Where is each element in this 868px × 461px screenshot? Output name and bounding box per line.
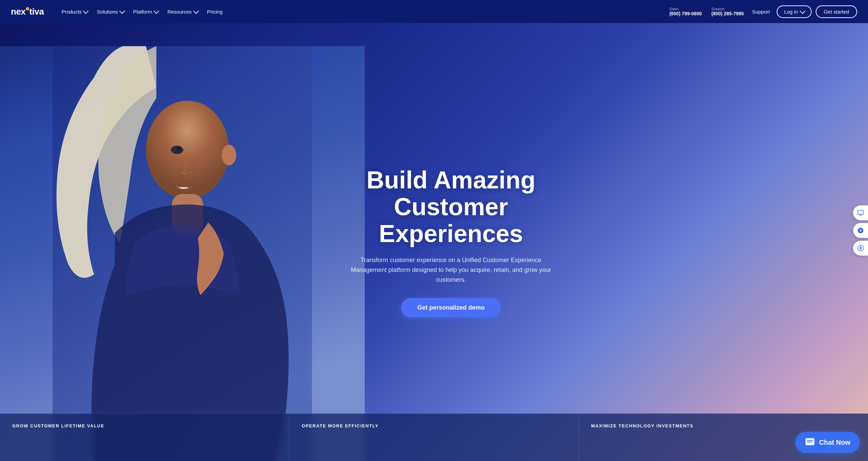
hero-section: Build Amazing Customer Experiences Trans… xyxy=(0,0,868,461)
chevron-down-icon xyxy=(119,8,125,14)
play-icon xyxy=(857,227,864,234)
nav-solutions[interactable]: Solutions xyxy=(93,6,128,17)
get-started-button[interactable]: Get started xyxy=(816,5,857,18)
svg-point-5 xyxy=(222,145,236,165)
chat-now-label: Chat Now xyxy=(819,439,850,446)
nav-pricing[interactable]: Pricing xyxy=(203,6,227,17)
dollar-icon xyxy=(857,245,864,252)
chat-now-button[interactable]: Chat Now xyxy=(795,432,860,453)
nav-actions: Log in Get started xyxy=(777,5,857,18)
hero-woman-image xyxy=(0,46,365,461)
navbar: nextiva Products Solutions Platform Reso… xyxy=(0,0,868,23)
sales-contact: Sales (800) 799-0600 xyxy=(669,7,702,16)
card-operate: OPERATE MORE EFFICIENTLY xyxy=(289,413,579,461)
chevron-down-icon xyxy=(800,8,806,14)
svg-point-1 xyxy=(146,100,229,199)
nav-links: Products Solutions Platform Resources Pr… xyxy=(57,6,669,17)
right-sidebar xyxy=(853,205,868,256)
chevron-down-icon xyxy=(193,8,199,14)
support-link[interactable]: Support xyxy=(752,9,770,15)
chat-icon xyxy=(805,437,815,447)
demo-button[interactable]: Get personalized demo xyxy=(401,298,501,317)
chevron-down-icon xyxy=(153,8,159,14)
nav-products[interactable]: Products xyxy=(57,6,91,17)
hero-title: Build Amazing Customer Experiences xyxy=(322,167,580,247)
hero-content: Build Amazing Customer Experiences Trans… xyxy=(315,167,587,318)
nav-platform[interactable]: Platform xyxy=(129,6,162,17)
chevron-down-icon xyxy=(83,8,89,14)
hero-cards: GROW CUSTOMER LIFETIME VALUE OPERATE MOR… xyxy=(0,413,868,461)
nav-resources[interactable]: Resources xyxy=(163,6,202,17)
support-contact: Support (800) 285-7995 xyxy=(711,7,744,16)
dollar-sidebar-icon[interactable] xyxy=(853,241,868,256)
svg-point-4 xyxy=(177,146,181,151)
monitor-sidebar-icon[interactable] xyxy=(853,205,868,220)
hero-subtitle: Transform customer experience on a Unifi… xyxy=(349,255,553,284)
login-button[interactable]: Log in xyxy=(777,5,812,18)
logo-text: nextiva xyxy=(11,6,44,17)
play-sidebar-icon[interactable] xyxy=(853,223,868,238)
logo-dot xyxy=(26,7,29,11)
nav-contact: Sales (800) 799-0600 Support (800) 285-7… xyxy=(669,7,744,16)
card-grow: GROW CUSTOMER LIFETIME VALUE xyxy=(0,413,289,461)
svg-rect-6 xyxy=(858,210,864,215)
monitor-icon xyxy=(857,209,864,216)
logo[interactable]: nextiva xyxy=(11,6,44,17)
